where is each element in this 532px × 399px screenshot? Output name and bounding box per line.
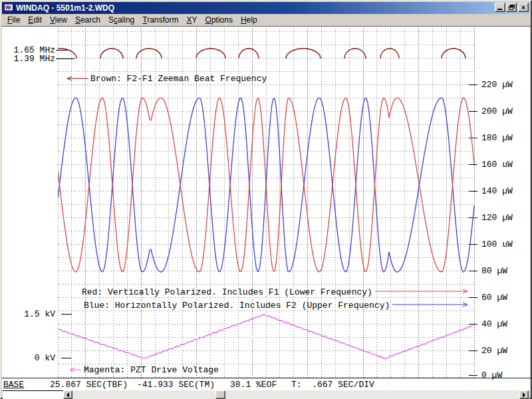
- right-axis-label-140-µW: 140 µW: [481, 187, 513, 196]
- axis-ticks: [56, 50, 477, 375]
- minimize-button[interactable]: [495, 3, 505, 12]
- right-axis-label-60-µW: 60 µW: [481, 293, 507, 302]
- right-axis-label-0-µW: 0 µW: [481, 371, 502, 380]
- right-axis-label-100-uW: 100 uW: [481, 240, 513, 249]
- window-controls: ×: [495, 3, 529, 12]
- menu-item-file[interactable]: File: [3, 15, 24, 25]
- scroll-right-button[interactable]: [519, 390, 529, 399]
- restore-icon: [509, 5, 515, 10]
- annotation-red-f1: Red: Vertically Polarized. Includes F1 (…: [82, 288, 372, 297]
- scrollbar-info-box: [3, 390, 63, 399]
- close-button[interactable]: ×: [518, 3, 529, 12]
- menu-item-edit[interactable]: Edit: [24, 15, 46, 25]
- window-title: WINDAQ - 5501m1-2.WDQ: [16, 2, 114, 14]
- right-axis-label-80-µW: 80 µW: [481, 267, 507, 275]
- status-time-from-beginning: 25.867 SEC(TBF): [50, 380, 128, 390]
- menu-item-help[interactable]: Help: [237, 15, 261, 25]
- left-axis-label-freq-139: 1.39 MHz: [11, 55, 55, 63]
- left-axis-label-freq-165: 1.65 MHz: [11, 46, 55, 55]
- status-time-marker: -41.933 SEC(TM): [137, 380, 215, 390]
- right-axis-label-220-µW: 220 µW: [481, 80, 513, 89]
- brown-arrow: [67, 76, 88, 80]
- right-axis-label-200-µW: 200 µW: [481, 107, 513, 116]
- menu-item-transform[interactable]: Transform: [138, 15, 182, 25]
- red-arrow: [375, 289, 467, 293]
- restore-button[interactable]: [506, 3, 517, 12]
- status-bar: BASE 25.867 SEC(TBF) -41.933 SEC(TM) 38.…: [2, 380, 530, 390]
- blue-arrow: [392, 303, 467, 307]
- pzt-voltage-trace: [58, 315, 473, 358]
- annotation-zeeman-beat: Brown: F2-F1 Zeeman Beat Frequency: [90, 74, 267, 83]
- menu-bar: FileEditViewSearchScalingTransformXYOpti…: [2, 14, 530, 26]
- right-axis-label-120-µW: 120 µW: [481, 213, 513, 222]
- scroll-left-button[interactable]: [63, 390, 72, 399]
- menu-item-options[interactable]: Options: [201, 15, 237, 25]
- waveform-plot: [2, 27, 532, 390]
- left-axis-label-kv-15: 1.5 kV: [11, 310, 55, 319]
- status-time-per-div: T: .667 SEC/DIV: [291, 380, 374, 390]
- status-base-channel[interactable]: BASE: [3, 380, 24, 390]
- traces: [43, 49, 474, 358]
- right-axis-label-20-µW: 20 µW: [481, 346, 507, 355]
- scrollbar-thumb[interactable]: [215, 390, 225, 399]
- right-axis-label-40-µW: 40 µW: [481, 320, 507, 329]
- left-axis-label-kv-0: 0 kV: [11, 354, 55, 362]
- left-arrow-icon: [64, 392, 69, 398]
- horizontal-scrollbar[interactable]: [3, 390, 529, 399]
- menu-item-search[interactable]: Search: [71, 15, 104, 25]
- minimize-icon: [497, 9, 502, 10]
- annotation-pzt: Magenta: PZT Drive Voltage: [84, 366, 219, 374]
- title-bar: WINDAQ - 5501m1-2.WDQ ×: [2, 2, 530, 14]
- chart-area: Brown: F2-F1 Zeeman Beat Frequency Red: …: [2, 27, 530, 390]
- status-percent-eof: 38.1 %EOF: [230, 380, 277, 390]
- menu-item-scaling[interactable]: Scaling: [104, 15, 138, 25]
- app-icon: [3, 3, 14, 13]
- zeeman-beat-trace: [43, 49, 466, 59]
- menu-item-xy[interactable]: XY: [183, 15, 201, 25]
- windaq-window: WINDAQ - 5501m1-2.WDQ × FileEditViewSear…: [0, 0, 532, 399]
- right-axis-label-180-µW: 180 µW: [481, 134, 513, 142]
- right-arrow-icon: [523, 392, 528, 398]
- menu-item-view[interactable]: View: [46, 15, 71, 25]
- right-axis-label-160-uW: 160 uW: [481, 160, 513, 169]
- close-icon: ×: [521, 4, 525, 11]
- annotation-blue-f2: Blue: Horizontally Polarized. Includes F…: [84, 301, 390, 310]
